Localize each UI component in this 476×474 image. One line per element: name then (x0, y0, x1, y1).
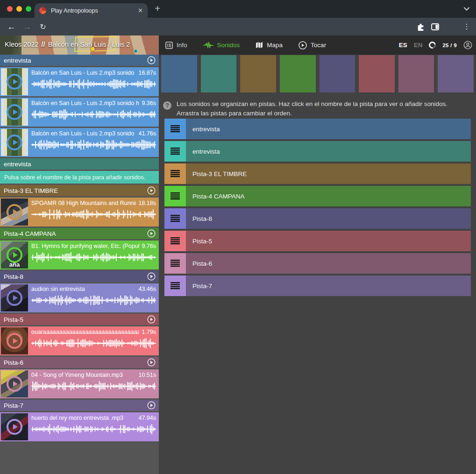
track-row[interactable]: Pista-7 (164, 276, 471, 296)
tab-mapa[interactable]: Mapa (256, 42, 283, 49)
clip[interactable]: audion sin entrevista43.46s (0, 283, 159, 312)
track-row[interactable]: entrevista (164, 119, 471, 139)
side-panel-icon[interactable] (428, 18, 441, 35)
lang-en-button[interactable]: EN (414, 42, 423, 49)
track-row-label: Pista-6 (192, 260, 212, 267)
track-play-icon[interactable] (147, 315, 156, 324)
track-play-button[interactable] (147, 272, 156, 281)
breadcrumb-project[interactable]: Kleos 2022 (5, 41, 39, 48)
clip-play-button[interactable] (7, 247, 22, 263)
drag-handle-icon[interactable] (171, 237, 180, 245)
track-drag-cell[interactable] (164, 141, 186, 162)
track-row[interactable]: Pista-4 CAMPANA (164, 186, 471, 206)
track-play-button[interactable] (147, 401, 156, 410)
track-play-icon[interactable] (147, 401, 156, 410)
track-drag-cell[interactable] (164, 231, 186, 251)
drag-handle-icon[interactable] (171, 260, 180, 267)
clip-play-button[interactable] (7, 104, 22, 120)
track-header[interactable]: Pista-3 EL TIMBRE (0, 185, 159, 196)
track-header[interactable]: Pista-8 (0, 271, 159, 282)
clip-duration: 41.76s (138, 130, 156, 137)
tab-info[interactable]: Info (165, 42, 187, 49)
tab-close-icon[interactable]: ✕ (138, 7, 143, 14)
track-play-icon[interactable] (147, 358, 156, 367)
tab-tocar[interactable]: Tocar (298, 41, 326, 50)
track-row[interactable]: Pista-3 EL TIMBRE (164, 163, 471, 184)
track-play-button[interactable] (147, 358, 156, 367)
track-header[interactable]: entrevista (0, 55, 159, 66)
track-play-button[interactable] (147, 315, 156, 324)
drag-handle-icon[interactable] (171, 282, 180, 290)
track-drag-cell[interactable] (164, 186, 186, 206)
clip[interactable]: SPOAMR 08 High Mountains and Running ...… (0, 198, 159, 226)
track-row[interactable]: Pista-6 (164, 253, 471, 274)
track-play-icon[interactable] (147, 229, 156, 238)
track-drag-cell[interactable] (164, 163, 186, 184)
clip[interactable]: Balcón en San Luis - Luis 2.mp3 sonido h… (0, 67, 159, 96)
close-window-button[interactable] (7, 6, 13, 12)
tab-sonidos[interactable]: Sonidos (203, 42, 240, 49)
track-header[interactable]: entrevista (0, 158, 159, 170)
browser-menu-icon[interactable]: ⋮ (461, 18, 473, 35)
track-row[interactable]: Pista-5 (164, 231, 471, 251)
tab-search-chevron-icon[interactable] (464, 7, 469, 11)
drag-handle-icon[interactable] (171, 192, 180, 200)
track-play-icon[interactable] (147, 56, 156, 64)
track-row-body[interactable]: Pista-5 (186, 231, 471, 251)
back-icon[interactable]: ← (5, 18, 18, 35)
clip-play-button[interactable] (7, 376, 22, 392)
minimize-window-button[interactable] (16, 6, 22, 12)
clip[interactable]: ouaraaaaaaaaaaaaaaaaaaaaaaaaaaaaaaaaaa..… (0, 326, 159, 355)
track-drag-cell[interactable] (164, 253, 186, 274)
track-row-body[interactable]: Pista-7 (186, 276, 471, 296)
clip[interactable]: añaB1. Hymns for purifying water, Etc. (… (0, 241, 159, 269)
track-header[interactable]: Pista-4 CAMPANA (0, 228, 159, 239)
track-play-icon[interactable] (147, 186, 156, 195)
account-icon[interactable] (463, 41, 472, 50)
track-header-label: Pista-4 CAMPANA (4, 230, 56, 237)
clip-play-button[interactable] (7, 74, 22, 90)
lang-es-button[interactable]: ES (399, 42, 407, 49)
track-header[interactable]: Pista-5 (0, 314, 159, 325)
app-header: Kleos 2022//Balcón en San Luis / Luis 2 … (0, 35, 476, 55)
track-play-button[interactable] (147, 56, 156, 64)
clip[interactable]: 04 - Song of Yimeng Mountain.mp310.51s (0, 369, 159, 398)
track-row-label: Pista-7 (192, 283, 212, 290)
extensions-puzzle-icon[interactable] (414, 18, 427, 35)
track-header-label: Pista-8 (4, 273, 23, 280)
drag-handle-icon[interactable] (171, 148, 180, 155)
track-drag-cell[interactable] (164, 208, 186, 229)
track-header[interactable]: Pista-7 (0, 400, 159, 411)
track-row-body[interactable]: Pista-6 (186, 253, 471, 274)
track-drag-cell[interactable] (164, 119, 186, 139)
clip-play-button[interactable] (7, 134, 22, 150)
clip[interactable]: Balcón en San Luis - Luis 2.mp3 sonido h… (0, 98, 159, 127)
track-play-icon[interactable] (147, 272, 156, 281)
reload-icon[interactable]: ↻ (36, 18, 50, 35)
drag-handle-icon[interactable] (171, 215, 180, 222)
track-row-body[interactable]: Pista-3 EL TIMBRE (186, 163, 471, 184)
clip-play-button[interactable] (7, 290, 22, 306)
new-tab-button[interactable]: + (155, 3, 160, 14)
track-play-button[interactable] (147, 229, 156, 238)
clip-play-button[interactable] (7, 204, 22, 220)
forward-icon[interactable]: → (21, 18, 34, 35)
clip-title: 04 - Song of Yimeng Mountain.mp3 (31, 372, 136, 378)
clip-play-button[interactable] (7, 419, 22, 435)
clip[interactable]: huerto del rey moro entrevista .mp347.94… (0, 412, 159, 441)
track-row[interactable]: Pista-8 (164, 208, 471, 229)
browser-tab[interactable]: Play Antropoloops ✕ (35, 3, 148, 18)
track-drag-cell[interactable] (164, 276, 186, 296)
track-row-body[interactable]: entrevista (186, 141, 471, 162)
track-header[interactable]: Pista-6 (0, 357, 159, 368)
track-row-body[interactable]: Pista-4 CAMPANA (186, 186, 471, 206)
clip[interactable]: Balcón en San Luis - Luis 2.mp3 sonido h… (0, 128, 159, 157)
drag-handle-icon[interactable] (171, 125, 180, 133)
track-row-body[interactable]: Pista-8 (186, 208, 471, 229)
fullscreen-window-button[interactable] (26, 6, 31, 12)
clip-play-button[interactable] (7, 333, 22, 349)
track-play-button[interactable] (147, 186, 156, 195)
track-row[interactable]: entrevista (164, 141, 471, 162)
track-row-body[interactable]: entrevista (186, 119, 471, 139)
drag-handle-icon[interactable] (171, 170, 180, 177)
